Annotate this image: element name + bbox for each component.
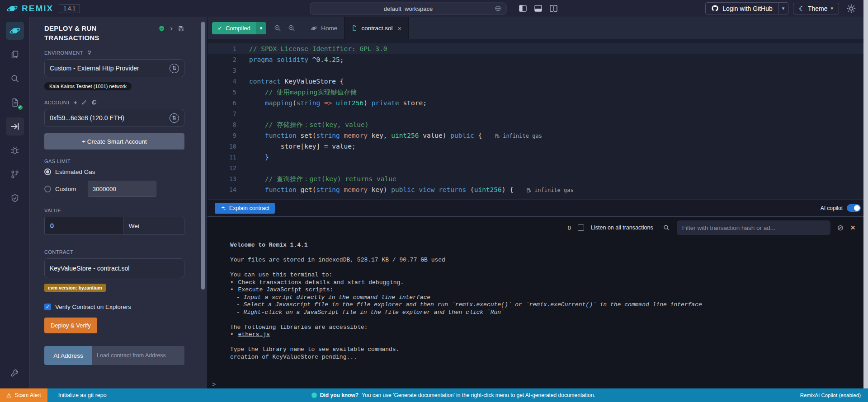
transaction-filter-input[interactable] (677, 220, 830, 235)
code-editor[interactable]: 1// SPDX-License-Identifier: GPL-3.02pra… (208, 39, 868, 199)
code-line[interactable]: 13 // 查询操作：get(key) returns value (208, 173, 868, 184)
line-number: 3 (208, 65, 236, 76)
code-line[interactable]: 12 (208, 163, 868, 173)
search-button[interactable] (6, 70, 24, 88)
init-git-repo-button[interactable]: Initialize as git repo (58, 392, 107, 398)
toggle-bottom-panel-icon[interactable] (534, 4, 543, 13)
at-address-input[interactable] (92, 346, 184, 365)
explain-contract-button[interactable]: Explain contract (215, 203, 275, 214)
tab-home[interactable]: Home (304, 17, 344, 39)
contract-value: KeyValueStore - contract.sol (50, 265, 129, 272)
custom-gas-input[interactable] (88, 181, 156, 197)
search-icon[interactable] (663, 224, 670, 231)
code-line[interactable]: 9 function set(string memory key, uint25… (208, 130, 868, 141)
verify-contract-option[interactable]: ✓ Verify Contract on Explorers (44, 304, 184, 310)
account-select[interactable]: 0xf59...6e3e8 (120.0 ETH) ⇅ (44, 109, 184, 127)
value-unit-select[interactable]: Wei (123, 217, 184, 235)
theme-button[interactable]: ☾ Theme ▾ (793, 3, 839, 14)
code-line[interactable]: 11 } (208, 152, 868, 163)
line-number: 11 (208, 152, 236, 163)
pin-panel-icon[interactable] (178, 25, 184, 32)
close-tab-icon[interactable]: × (397, 24, 401, 32)
at-address-button[interactable]: At Address (44, 346, 92, 365)
file-explorer-button[interactable] (6, 46, 24, 64)
explain-contract-label: Explain contract (229, 205, 269, 211)
verify-checkbox[interactable]: ✓ (44, 304, 51, 310)
listen-all-checkbox[interactable] (578, 224, 584, 231)
terminal-output: Welcome to Remix 1.4.1 Your files are st… (208, 238, 868, 374)
plugin-icon-bar: ✓ (0, 17, 30, 388)
code-line[interactable]: 7 (208, 108, 868, 119)
scam-alert-label: Scam Alert (15, 392, 41, 398)
zoom-in-icon[interactable] (288, 24, 296, 32)
debugger-button[interactable] (6, 141, 24, 159)
terminal-line: Type the library name to see available c… (230, 346, 863, 354)
line-number: 6 (208, 98, 236, 108)
terminal-line: You can use this terminal to: (230, 271, 863, 279)
close-terminal-icon[interactable]: × (850, 223, 855, 233)
plug-icon (86, 50, 92, 56)
swap-account-icon[interactable]: ⇅ (170, 113, 179, 123)
code-line[interactable]: 8 // 存储操作：set(key, value) (208, 119, 868, 130)
github-caret-button[interactable]: ▾ (778, 2, 789, 14)
code-line[interactable]: 3 (208, 65, 868, 76)
code-line[interactable]: 6 mapping(string => uint256) private sto… (208, 98, 868, 108)
code-line[interactable]: 5 // 使用mapping实现键值存储 (208, 87, 868, 98)
verify-checkbox-label: Verify Contract on Explorers (55, 304, 131, 310)
compiled-button[interactable]: ✓ Compiled (212, 22, 256, 34)
toggle-left-panel-icon[interactable] (519, 4, 528, 13)
remix-home-button[interactable] (6, 22, 24, 40)
github-login-button[interactable]: Login with GitHub (705, 2, 778, 14)
git-button[interactable] (6, 165, 24, 183)
collapse-panel-button[interactable]: › (170, 25, 173, 32)
code-lines: 1// SPDX-License-Identifier: GPL-3.02pra… (208, 43, 868, 195)
contract-select[interactable]: KeyValueStore - contract.sol (44, 258, 184, 278)
github-login-label: Login with GitHub (722, 5, 773, 12)
zoom-out-icon[interactable] (274, 24, 282, 32)
ai-copilot-toggle[interactable] (847, 204, 861, 212)
copy-account-icon[interactable] (91, 99, 97, 105)
terminal-line: Welcome to Remix 1.4.1 (230, 242, 863, 249)
panel-scrollbar[interactable] (201, 22, 205, 384)
edit-account-icon[interactable] (81, 99, 87, 105)
workspace-selector[interactable]: default_workspace (310, 2, 507, 14)
toggle-columns-icon[interactable] (549, 4, 558, 13)
clear-console-icon[interactable]: ⊘ (837, 223, 844, 233)
environment-select[interactable]: Custom - External Http Provider ⇅ (44, 59, 184, 77)
settings-gear-icon[interactable] (846, 4, 856, 14)
remixai-copilot-status[interactable]: RemixAI Copilot (enabled) (800, 393, 868, 398)
account-value: 0xf59...6e3e8 (120.0 ETH) (50, 114, 124, 122)
deploy-run-button[interactable] (6, 117, 24, 136)
terminal-line: creation of KeyValueStore pending... (230, 354, 863, 361)
estimated-gas-option[interactable]: Estimated Gas (44, 168, 184, 175)
line-number: 8 (208, 119, 236, 130)
scam-alert-button[interactable]: ⚠ Scam Alert (0, 388, 47, 402)
value-input[interactable] (44, 217, 123, 235)
code-line[interactable]: 2pragma solidity ^0.4.25; (208, 54, 868, 65)
environment-label: ENVIRONMENT (44, 50, 83, 56)
main-area: ✓ Compiled ▾ Home (207, 17, 868, 388)
terminal-prompt[interactable]: > (208, 374, 868, 388)
deploy-verify-button[interactable]: Deploy & Verify (44, 318, 97, 333)
custom-gas-radio[interactable] (44, 186, 51, 192)
compiled-caret-button[interactable]: ▾ (256, 22, 267, 34)
code-line[interactable]: 10 store[key] = value; (208, 141, 868, 152)
create-smart-account-button[interactable]: + Create Smart Account (44, 133, 184, 150)
terminal-link-line[interactable]: • ethers.js (230, 331, 863, 339)
terminal-line: Your files are stored in indexedDB, 528.… (230, 257, 863, 264)
swap-provider-icon[interactable]: ⇅ (170, 64, 179, 73)
add-account-icon[interactable]: + (73, 100, 77, 105)
settings-wrench-button[interactable] (6, 364, 24, 382)
solidity-compiler-button[interactable]: ✓ (6, 93, 24, 112)
brand: REMIX (6, 3, 53, 14)
contract-label: CONTRACT (44, 249, 184, 255)
tab-contract-sol[interactable]: contract.sol × (344, 17, 409, 39)
environment-value: Custom - External Http Provider (50, 65, 139, 72)
window-scrollbar[interactable] (863, 0, 868, 388)
code-line[interactable]: 4contract KeyValueStore { (208, 76, 868, 87)
code-line[interactable]: 1// SPDX-License-Identifier: GPL-3.0 (208, 43, 868, 54)
remix-mini-logo-icon (311, 25, 317, 32)
estimated-gas-radio[interactable] (44, 168, 51, 175)
code-line[interactable]: 14 function get(string memory key) publi… (208, 184, 868, 195)
contract-verification-button[interactable] (6, 189, 24, 207)
